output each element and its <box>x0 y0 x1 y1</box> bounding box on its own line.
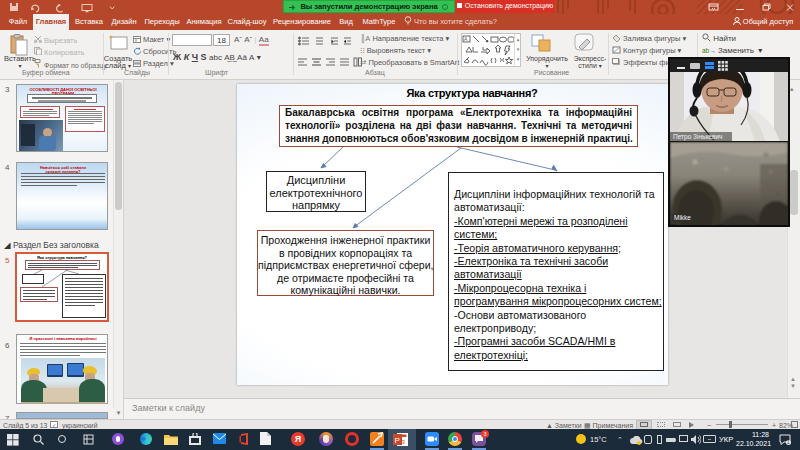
svg-text:A: A <box>464 36 468 42</box>
svg-text:P: P <box>395 436 400 445</box>
